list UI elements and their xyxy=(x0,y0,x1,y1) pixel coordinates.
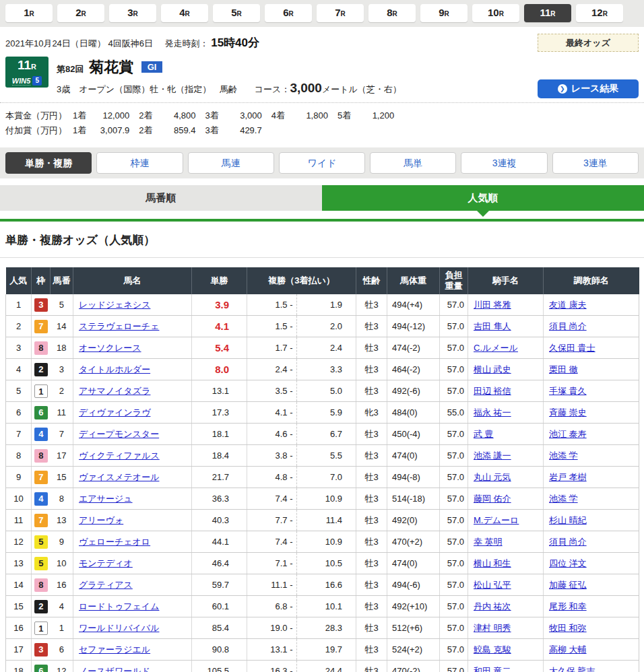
jockey-link[interactable]: 川田 将雅 xyxy=(474,300,511,310)
sex-age: 牡3 xyxy=(356,380,387,402)
sex-age: 牡3 xyxy=(356,617,387,639)
trainer-link[interactable]: 大久保 龍志 xyxy=(549,666,595,672)
trainer-link[interactable]: 栗田 徹 xyxy=(549,364,578,374)
race-tab-10R[interactable]: 10R xyxy=(472,4,519,22)
jockey-link[interactable]: 福永 祐一 xyxy=(474,407,511,417)
trainer-link[interactable]: 友道 康夫 xyxy=(549,300,587,310)
load-weight: 57.0 xyxy=(440,553,468,574)
horse-name-cell: ロードトゥフェイム xyxy=(73,596,192,617)
jockey-link[interactable]: 鮫島 克駿 xyxy=(474,644,511,654)
jockey-link[interactable]: 横山 和生 xyxy=(474,558,511,568)
race-tab-2R[interactable]: 2R xyxy=(57,4,104,22)
horse-name-link[interactable]: ステラヴェローチェ xyxy=(79,321,159,331)
jockey-link[interactable]: 松山 弘平 xyxy=(474,580,511,590)
trainer-link[interactable]: 須貝 尚介 xyxy=(549,321,587,331)
jockey-link[interactable]: 幸 英明 xyxy=(474,537,503,547)
horse-name-cell: ステラヴェローチェ xyxy=(73,316,192,337)
bet-tab-3連単[interactable]: 3連単 xyxy=(552,152,639,174)
jockey-link[interactable]: 津村 明秀 xyxy=(474,623,511,633)
bet-tab-馬連[interactable]: 馬連 xyxy=(188,152,274,174)
horse-name-link[interactable]: ディヴァインラヴ xyxy=(79,407,150,417)
horse-name-link[interactable]: ディープモンスター xyxy=(79,429,159,439)
horse-name-link[interactable]: ヴィクティファルス xyxy=(79,450,160,461)
jockey-link[interactable]: 丸山 元気 xyxy=(474,472,511,482)
trainer-link[interactable]: 四位 洋文 xyxy=(549,558,587,568)
odds-row: 9715ヴァイスメテオール21.74.8 -7.0牡3494(-8)57.0丸山… xyxy=(6,467,639,488)
bet-tab-枠連[interactable]: 枠連 xyxy=(96,152,183,174)
race-tab-4R[interactable]: 4R xyxy=(161,4,208,22)
race-tab-7R[interactable]: 7R xyxy=(317,4,364,22)
trainer-link[interactable]: 尾形 和幸 xyxy=(549,601,587,611)
horse-name-link[interactable]: ワールドリバイバル xyxy=(79,623,159,633)
trainer-link[interactable]: 岩戸 孝樹 xyxy=(549,472,587,482)
popularity-rank: 10 xyxy=(6,488,32,510)
trainer-link[interactable]: 杉山 晴紀 xyxy=(549,515,587,525)
trainer-link[interactable]: 加藤 征弘 xyxy=(549,580,587,590)
horse-name-link[interactable]: ヴァイスメテオール xyxy=(79,472,159,482)
trainer-cell: 池添 学 xyxy=(544,445,639,467)
horse-name-link[interactable]: エアサージュ xyxy=(79,494,133,504)
horse-name-link[interactable]: タイトルホルダー xyxy=(79,364,150,374)
trainer-link[interactable]: 池添 学 xyxy=(549,494,578,504)
horse-name-link[interactable]: アサマノイタズラ xyxy=(79,386,150,396)
trainer-link[interactable]: 手塚 貴久 xyxy=(549,386,587,396)
fukusho-odds: 1.7 -2.4 xyxy=(247,337,356,359)
race-tab-6R[interactable]: 6R xyxy=(265,4,312,22)
jockey-link[interactable]: 田辺 裕信 xyxy=(474,386,511,396)
load-weight: 57.0 xyxy=(440,617,468,639)
race-tab-1R[interactable]: 1R xyxy=(5,4,53,22)
win5-text: WIN5 xyxy=(12,77,31,86)
race-result-button[interactable]: ❯ レース結果 xyxy=(538,79,639,98)
race-tab-3R[interactable]: 3R xyxy=(109,4,156,22)
trainer-link[interactable]: 久保田 貴士 xyxy=(549,343,595,353)
horse-name-link[interactable]: アリーヴォ xyxy=(79,515,123,525)
horse-name-link[interactable]: グラティアス xyxy=(79,580,133,590)
horse-name-link[interactable]: オーソクレース xyxy=(79,343,141,353)
race-tab-11R[interactable]: 11R xyxy=(524,4,571,22)
trainer-link[interactable]: 高柳 大輔 xyxy=(549,644,587,654)
odds-row: 3818オーソクレース5.41.7 -2.4牡3474(-2)57.0C.ルメー… xyxy=(6,337,639,359)
horse-weight: 492(+10) xyxy=(387,596,440,617)
horse-name-link[interactable]: セファーラジエル xyxy=(79,644,150,654)
jockey-link[interactable]: 横山 武史 xyxy=(474,364,511,374)
tab-popularity-order[interactable]: 人気順 xyxy=(322,185,644,211)
horse-number: 11 xyxy=(51,402,73,424)
jockey-link[interactable]: 丹内 祐次 xyxy=(474,601,511,611)
race-tab-8R[interactable]: 8R xyxy=(368,4,416,22)
bet-tab-ワイド[interactable]: ワイド xyxy=(279,152,365,174)
jockey-link[interactable]: 吉田 隼人 xyxy=(474,321,511,331)
added-prize-values: 1着3,007.92着859.43着429.7 xyxy=(73,125,271,135)
horse-name-link[interactable]: レッドジェネシス xyxy=(79,300,150,310)
trainer-link[interactable]: 池江 泰寿 xyxy=(549,429,587,439)
tab-horse-number-order[interactable]: 馬番順 xyxy=(0,185,322,211)
tansho-odds: 85.4 xyxy=(192,617,247,639)
trainer-link[interactable]: 斉藤 崇史 xyxy=(549,407,587,417)
jockey-link[interactable]: 武 豊 xyxy=(474,429,494,439)
horse-weight: 514(-18) xyxy=(387,488,440,510)
race-tab-5R[interactable]: 5R xyxy=(213,4,260,22)
horse-name-cell: ノースザワールド xyxy=(73,661,192,672)
fukusho-low: 3.5 - xyxy=(247,386,296,396)
race-tab-9R[interactable]: 9R xyxy=(420,4,468,22)
jockey-link[interactable]: 藤岡 佑介 xyxy=(474,494,511,504)
trainer-link[interactable]: 池添 学 xyxy=(549,450,578,461)
trainer-link[interactable]: 須貝 尚介 xyxy=(549,537,587,547)
bet-tab-単勝・複勝[interactable]: 単勝・複勝 xyxy=(5,152,92,174)
bet-tab-馬単[interactable]: 馬単 xyxy=(370,152,456,174)
jockey-link[interactable]: 和田 竜二 xyxy=(474,666,511,672)
horse-name-cell: ヴィクティファルス xyxy=(73,445,192,467)
trainer-link[interactable]: 牧田 和弥 xyxy=(549,623,587,633)
horse-name-link[interactable]: ロードトゥフェイム xyxy=(79,601,159,611)
jockey-link[interactable]: M.デムーロ xyxy=(474,515,519,525)
horse-name-link[interactable]: ノースザワールド xyxy=(79,666,150,672)
race-tab-12R[interactable]: 12R xyxy=(576,4,623,22)
bet-tab-3連複[interactable]: 3連複 xyxy=(461,152,547,174)
jockey-cell: 和田 竜二 xyxy=(468,661,544,672)
jockey-link[interactable]: C.ルメール xyxy=(474,343,518,353)
final-odds-button[interactable]: 最終オッズ xyxy=(538,34,639,52)
horse-name-link[interactable]: モンテディオ xyxy=(79,558,133,568)
fukusho-low: 4.6 - xyxy=(247,429,296,439)
tansho-odds: 36.3 xyxy=(192,488,247,510)
jockey-link[interactable]: 池添 謙一 xyxy=(474,450,511,461)
horse-name-link[interactable]: ヴェローチェオロ xyxy=(79,537,150,547)
